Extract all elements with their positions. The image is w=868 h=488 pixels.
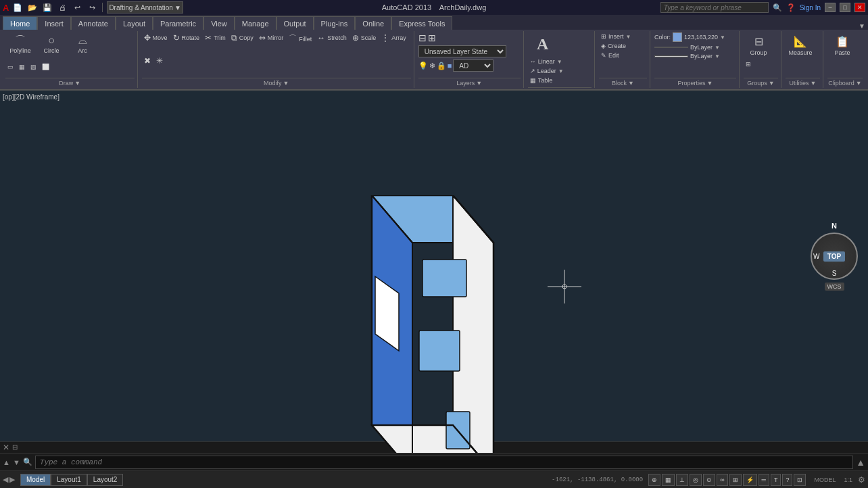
- command-input[interactable]: [35, 456, 853, 469]
- qp-btn[interactable]: ?: [782, 474, 792, 486]
- osnap-btn[interactable]: ⊙: [703, 474, 715, 486]
- float-panel-btn[interactable]: ⊟: [12, 443, 18, 451]
- lwt-btn[interactable]: ═: [758, 474, 769, 486]
- circle-btn[interactable]: ○ Circle: [37, 32, 66, 57]
- text-btn[interactable]: A: [528, 32, 558, 56]
- groups-label[interactable]: Groups ▼: [744, 78, 778, 87]
- ribbon-collapse-btn[interactable]: ▼: [859, 22, 865, 30]
- tab-home[interactable]: Home: [3, 16, 37, 30]
- hatch-btn[interactable]: ▦: [17, 63, 27, 71]
- insert-btn[interactable]: ⊞ Insert ▼: [599, 32, 633, 41]
- maximize-btn[interactable]: □: [840, 3, 850, 12]
- dyn-btn[interactable]: ⚡: [743, 474, 757, 486]
- fillet-label: Fillet: [299, 36, 312, 43]
- polyline-btn[interactable]: ⌒ Polyline: [5, 32, 35, 57]
- qa-print[interactable]: 🖨: [56, 1, 68, 14]
- qa-save[interactable]: 💾: [41, 1, 53, 14]
- arc-btn[interactable]: ⌓ Arc: [68, 32, 97, 57]
- layout-prev-btn[interactable]: ◀: [3, 475, 8, 484]
- ortho-btn[interactable]: ⊥: [676, 474, 688, 486]
- ucs-btn[interactable]: ⊞: [729, 474, 742, 486]
- cmd-scroll-up[interactable]: ▲: [3, 458, 10, 466]
- modify-label[interactable]: Modify ▼: [142, 78, 411, 87]
- lineweight-dropdown[interactable]: ▼: [715, 53, 720, 59]
- tab-layout2[interactable]: Layout2: [87, 474, 124, 486]
- linear-btn[interactable]: ↔ Linear ▼: [528, 57, 566, 66]
- table-btn[interactable]: ▦ Table: [528, 76, 566, 84]
- measure-btn[interactable]: 📐 Measure: [786, 32, 815, 59]
- cmd-search-icon[interactable]: 🔍: [23, 458, 32, 466]
- compass-top-btn[interactable]: TOP: [823, 251, 845, 262]
- status-bar: ◀ ▶ Model Layout1 Layout2 -1621, -1138.4…: [0, 470, 868, 488]
- color-dropdown[interactable]: ▼: [720, 34, 725, 41]
- canvas-area[interactable]: N W TOP S WCS: [0, 91, 868, 441]
- close-btn[interactable]: ✕: [854, 3, 865, 12]
- trim-btn[interactable]: ✂ Trim: [203, 32, 228, 43]
- polar-btn[interactable]: ◎: [690, 474, 702, 486]
- snap-btn[interactable]: ⊕: [648, 474, 660, 486]
- gradient-btn[interactable]: ▧: [28, 63, 39, 71]
- array-btn[interactable]: ⋮ Array: [379, 32, 408, 43]
- rotate-btn[interactable]: ↻ Rotate: [171, 32, 202, 43]
- qa-undo[interactable]: ↩: [71, 1, 83, 14]
- tab-insert[interactable]: Insert: [37, 16, 71, 30]
- tab-express-tools[interactable]: Express Tools: [391, 16, 452, 30]
- stretch-btn[interactable]: ↔ Stretch: [315, 32, 349, 43]
- tab-manage[interactable]: Manage: [235, 16, 276, 30]
- edit-block-btn[interactable]: ✎ Edit: [599, 51, 621, 59]
- tab-layout1[interactable]: Layout1: [51, 474, 87, 486]
- tab-parametric[interactable]: Parametric: [153, 16, 203, 30]
- paste-label: Paste: [834, 49, 850, 56]
- workspace-dropdown[interactable]: Drafting & Annotation ▼: [107, 1, 183, 14]
- command-bar: ▲ ▼ 🔍 ▲: [0, 453, 868, 470]
- rect-btn[interactable]: ▭: [5, 63, 16, 71]
- wcs-btn[interactable]: WCS: [825, 283, 844, 291]
- qa-open[interactable]: 📂: [26, 1, 39, 14]
- qa-new[interactable]: 📄: [11, 1, 24, 14]
- layer-state-dropdown[interactable]: Unsaved Layer State: [418, 45, 506, 57]
- sign-in-btn[interactable]: Sign In: [800, 4, 821, 11]
- minimize-btn[interactable]: –: [825, 3, 836, 12]
- otrack-btn[interactable]: ∞: [717, 474, 727, 486]
- layer-name-dropdown[interactable]: AD: [453, 59, 493, 72]
- help-icon[interactable]: ❓: [786, 3, 796, 12]
- qa-redo[interactable]: ↪: [86, 1, 98, 14]
- leader-btn[interactable]: ↗ Leader ▼: [528, 67, 566, 75]
- tab-view[interactable]: View: [203, 16, 235, 30]
- ungroup-btn[interactable]: ⊞: [744, 60, 753, 68]
- properties-label[interactable]: Properties ▼: [654, 78, 736, 87]
- paste-btn[interactable]: 📋 Paste: [827, 32, 857, 59]
- create-block-btn[interactable]: ◈ Create: [599, 42, 628, 50]
- copy-btn[interactable]: ⧉ Copy: [229, 32, 256, 43]
- explode-btn[interactable]: ✳: [154, 55, 165, 66]
- region-btn[interactable]: ⬜: [40, 63, 51, 71]
- fillet-btn[interactable]: ⌒ Fillet: [287, 32, 314, 45]
- search-icon[interactable]: 🔍: [773, 3, 782, 12]
- block-label[interactable]: Block ▼: [599, 78, 647, 87]
- group-btn[interactable]: ⊟ Group: [744, 32, 773, 59]
- tab-annotate[interactable]: Annotate: [71, 16, 116, 30]
- tab-output[interactable]: Output: [276, 16, 314, 30]
- tab-model[interactable]: Model: [20, 474, 51, 486]
- linetype-dropdown[interactable]: ▼: [715, 45, 720, 51]
- tab-online[interactable]: Online: [355, 16, 391, 30]
- mirror-btn[interactable]: ⇔ Mirror: [257, 32, 286, 43]
- cmd-expand-arrow[interactable]: ▲: [856, 457, 865, 468]
- search-input[interactable]: [660, 2, 769, 13]
- gear-icon[interactable]: ⚙: [858, 475, 865, 485]
- cmd-scroll-down[interactable]: ▼: [13, 458, 20, 466]
- tpy-btn[interactable]: T: [771, 474, 781, 486]
- layout-next-btn[interactable]: ▶: [9, 475, 15, 484]
- minimize-panel-btn[interactable]: ✕: [3, 443, 9, 452]
- tab-plugins[interactable]: Plug-ins: [314, 16, 356, 30]
- move-btn[interactable]: ✥ Move: [142, 32, 170, 43]
- sc-btn[interactable]: ⊡: [794, 474, 806, 486]
- utilities-label[interactable]: Utilities ▼: [786, 78, 820, 87]
- clipboard-label[interactable]: Clipboard ▼: [827, 78, 863, 87]
- grid-btn[interactable]: ▦: [662, 474, 675, 486]
- scale-btn[interactable]: ⊕ Scale: [350, 32, 379, 43]
- draw-label[interactable]: Draw ▼: [5, 78, 135, 87]
- layers-label[interactable]: Layers ▼: [418, 78, 521, 87]
- tab-layout[interactable]: Layout: [116, 16, 153, 30]
- erase-btn[interactable]: ✖: [142, 55, 153, 66]
